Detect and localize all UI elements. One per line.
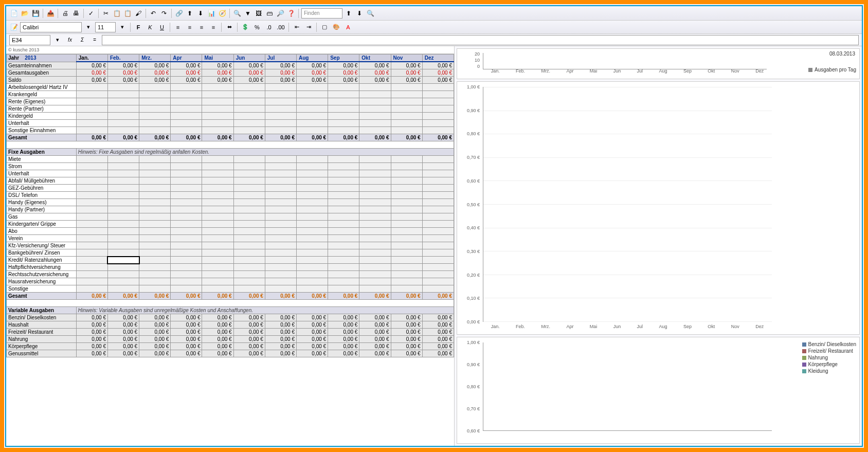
fixed-cell[interactable] <box>76 163 107 170</box>
fixed-cell[interactable] <box>296 213 328 221</box>
fixed-cell[interactable] <box>202 206 233 213</box>
var-value[interactable]: 0,00 € <box>328 336 359 343</box>
fixed-cell[interactable] <box>328 285 359 293</box>
var-value[interactable]: 0,00 € <box>202 336 233 343</box>
fixed-cell[interactable] <box>107 278 139 285</box>
fixed-cell[interactable] <box>391 213 422 221</box>
fixed-cell[interactable] <box>233 221 265 228</box>
fixed-cell[interactable] <box>328 163 359 170</box>
income-total-value[interactable]: 0,00 € <box>265 134 296 141</box>
fixed-cell[interactable] <box>265 185 296 192</box>
fixed-cell[interactable] <box>391 206 422 213</box>
summary-label[interactable]: Gesamteinnahmen <box>7 62 77 69</box>
fixed-cell[interactable] <box>76 235 107 242</box>
var-header[interactable]: Variable Ausgaben <box>7 307 77 314</box>
var-value[interactable]: 0,00 € <box>296 343 328 350</box>
fixed-header[interactable]: Fixe Ausgaben <box>7 149 77 156</box>
fixed-cell[interactable] <box>422 278 454 285</box>
income-total-value[interactable]: 0,00 € <box>328 134 359 141</box>
fixed-cell[interactable] <box>265 249 296 257</box>
var-value[interactable]: 0,00 € <box>202 343 233 350</box>
fixed-cell[interactable] <box>107 228 139 235</box>
align-right-icon[interactable]: ≡ <box>196 22 207 32</box>
income-total-value[interactable]: 0,00 € <box>391 134 422 141</box>
month-header[interactable]: Feb. <box>107 55 139 62</box>
income-cell[interactable] <box>139 105 171 113</box>
summary-value[interactable]: 0,00 € <box>76 62 107 69</box>
var-value[interactable]: 0,00 € <box>139 329 171 336</box>
var-value[interactable]: 0,00 € <box>107 343 139 350</box>
income-total-value[interactable]: 0,00 € <box>359 134 391 141</box>
income-cell[interactable] <box>359 98 391 105</box>
equals-icon[interactable]: = <box>89 35 100 45</box>
summary-value[interactable]: 0,00 € <box>265 69 296 77</box>
export-icon[interactable]: 📤 <box>46 9 55 18</box>
month-header[interactable]: Aug <box>296 55 328 62</box>
income-cell[interactable] <box>233 105 265 113</box>
income-cell[interactable] <box>202 113 233 120</box>
indent-inc-icon[interactable]: ⇥ <box>303 22 314 32</box>
var-value[interactable]: 0,00 € <box>296 321 328 329</box>
income-cell[interactable] <box>391 127 422 134</box>
fixed-cell[interactable] <box>139 170 171 177</box>
var-value[interactable]: 0,00 € <box>359 321 391 329</box>
fixed-cell[interactable] <box>359 278 391 285</box>
find-prev-icon[interactable]: ⬆ <box>344 9 353 18</box>
help-icon[interactable]: ❓ <box>286 9 296 18</box>
var-label[interactable]: Genussmittel <box>7 350 77 357</box>
fixed-cell[interactable] <box>296 221 328 228</box>
fixed-cell[interactable] <box>171 257 202 264</box>
income-cell[interactable] <box>391 98 422 105</box>
summary-value[interactable]: 0,00 € <box>107 69 139 77</box>
fixed-total-value[interactable]: 0,00 € <box>422 293 454 300</box>
income-cell[interactable] <box>422 84 454 91</box>
gallery-icon[interactable]: 🖼 <box>254 9 263 18</box>
fixed-cell[interactable] <box>139 249 171 257</box>
var-value[interactable]: 0,00 € <box>422 314 454 321</box>
fixed-cell[interactable] <box>328 213 359 221</box>
fixed-cell[interactable] <box>265 278 296 285</box>
fixed-cell[interactable] <box>328 242 359 249</box>
fixed-cell[interactable] <box>76 242 107 249</box>
income-cell[interactable] <box>265 113 296 120</box>
fixed-cell[interactable] <box>296 170 328 177</box>
decimal-remove-icon[interactable]: .00 <box>276 22 286 32</box>
income-cell[interactable] <box>391 84 422 91</box>
merge-icon[interactable]: ⬌ <box>224 22 234 32</box>
summary-value[interactable]: 0,00 € <box>107 77 139 84</box>
spell-icon[interactable]: ✓ <box>86 9 96 18</box>
var-value[interactable]: 0,00 € <box>202 350 233 357</box>
fixed-cell[interactable] <box>233 185 265 192</box>
var-value[interactable]: 0,00 € <box>107 350 139 357</box>
align-justify-icon[interactable]: ≡ <box>208 22 219 32</box>
fixed-cell[interactable] <box>233 264 265 271</box>
fixed-total-value[interactable]: 0,00 € <box>265 293 296 300</box>
income-total-value[interactable]: 0,00 € <box>107 134 139 141</box>
fixed-cell[interactable] <box>328 199 359 206</box>
fixed-label[interactable]: Haftpflichtversicherung <box>7 264 77 271</box>
income-cell[interactable] <box>107 127 139 134</box>
fixed-cell[interactable] <box>233 278 265 285</box>
fixed-cell[interactable] <box>328 228 359 235</box>
fixed-cell[interactable] <box>76 156 107 163</box>
bold-button[interactable]: F <box>133 22 143 32</box>
fixed-total-value[interactable]: 0,00 € <box>328 293 359 300</box>
var-value[interactable]: 0,00 € <box>422 321 454 329</box>
fixed-cell[interactable] <box>171 242 202 249</box>
fixed-cell[interactable] <box>422 192 454 199</box>
fixed-cell[interactable] <box>107 242 139 249</box>
fixed-cell[interactable] <box>391 177 422 185</box>
fixed-cell[interactable] <box>107 177 139 185</box>
income-cell[interactable] <box>391 105 422 113</box>
print-preview-icon[interactable]: 🖨 <box>61 9 70 18</box>
summary-value[interactable]: 0,00 € <box>359 62 391 69</box>
fixed-cell[interactable] <box>359 170 391 177</box>
fixed-label[interactable]: Handy (Partner) <box>7 206 77 213</box>
fixed-cell[interactable] <box>76 285 107 293</box>
fixed-cell[interactable] <box>139 278 171 285</box>
income-cell[interactable] <box>202 127 233 134</box>
fixed-cell[interactable] <box>265 221 296 228</box>
italic-button[interactable]: K <box>145 22 155 32</box>
fixed-cell[interactable] <box>139 177 171 185</box>
income-cell[interactable] <box>107 105 139 113</box>
